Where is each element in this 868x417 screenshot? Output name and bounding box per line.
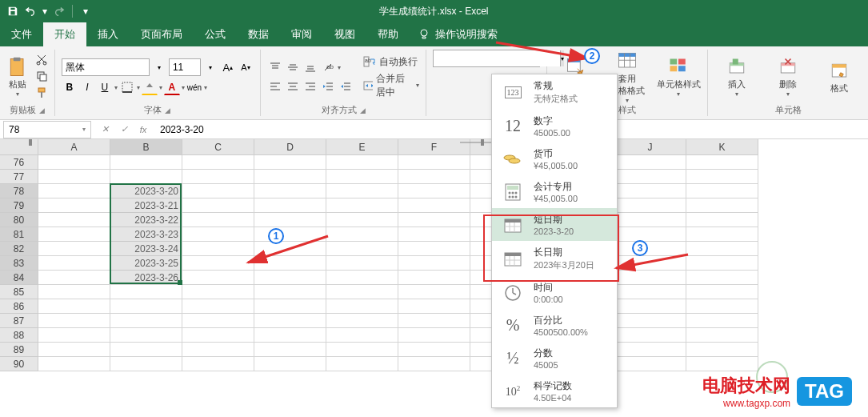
- orientation-icon[interactable]: ab: [320, 59, 336, 75]
- row-header-87[interactable]: 87: [0, 314, 38, 328]
- cell-B86[interactable]: [110, 299, 182, 314]
- cell-K78[interactable]: [686, 184, 758, 198]
- cell-B83[interactable]: 2023-3-25: [110, 256, 182, 271]
- cell-E80[interactable]: [326, 213, 398, 227]
- cell-B84[interactable]: 2023-3-26: [110, 271, 182, 285]
- paste-button[interactable]: 粘贴 ▾: [6, 56, 29, 98]
- cell-D81[interactable]: [254, 227, 326, 242]
- cell-B80[interactable]: 2023-3-22: [110, 213, 182, 227]
- cell-D79[interactable]: [254, 198, 326, 213]
- cell-F88[interactable]: [398, 328, 470, 343]
- fx-icon[interactable]: fx: [136, 122, 150, 137]
- cell-B89[interactable]: [110, 343, 182, 357]
- format-option-1[interactable]: 12数字45005.00: [492, 110, 617, 142]
- increase-font-icon[interactable]: A▴: [220, 59, 236, 75]
- cell-B82[interactable]: 2023-3-24: [110, 242, 182, 256]
- cell-E85[interactable]: [326, 285, 398, 299]
- row-header-88[interactable]: 88: [0, 328, 38, 343]
- cell-F89[interactable]: [398, 343, 470, 357]
- row-header-82[interactable]: 82: [0, 242, 38, 256]
- cell-A82[interactable]: [38, 242, 110, 256]
- cell-K87[interactable]: [686, 314, 758, 328]
- format-option-5[interactable]: 长日期2023年3月20日: [492, 241, 617, 276]
- row-header-85[interactable]: 85: [0, 285, 38, 299]
- font-color-icon[interactable]: A: [164, 79, 180, 95]
- col-header-C[interactable]: C: [182, 139, 254, 155]
- cell-J78[interactable]: [614, 184, 686, 198]
- cell-C80[interactable]: [182, 213, 254, 227]
- cell-A81[interactable]: [38, 227, 110, 242]
- cell-F85[interactable]: [398, 285, 470, 299]
- cell-D87[interactable]: [254, 314, 326, 328]
- launcher-icon[interactable]: ◢: [39, 106, 45, 114]
- cancel-formula-icon[interactable]: ✕: [98, 122, 112, 137]
- cell-A77[interactable]: [38, 170, 110, 184]
- cell-K84[interactable]: [686, 271, 758, 285]
- cell-A85[interactable]: [38, 285, 110, 299]
- cell-A86[interactable]: [38, 299, 110, 314]
- cell-E89[interactable]: [326, 343, 398, 357]
- align-top-icon[interactable]: [267, 59, 283, 75]
- cell-A76[interactable]: [38, 155, 110, 170]
- cell-E78[interactable]: [326, 184, 398, 198]
- row-header-77[interactable]: 77: [0, 170, 38, 184]
- cell-J87[interactable]: [614, 314, 686, 328]
- cell-A88[interactable]: [38, 328, 110, 343]
- cell-D89[interactable]: [254, 343, 326, 357]
- cell-styles-button[interactable]: 单元格样式 ▾: [656, 56, 701, 98]
- format-option-6[interactable]: 时间0:00:00: [492, 276, 617, 309]
- cell-F76[interactable]: [398, 155, 470, 170]
- cell-C89[interactable]: [182, 343, 254, 357]
- delete-cells-button[interactable]: 删除 ▾: [766, 56, 810, 98]
- cell-C77[interactable]: [182, 170, 254, 184]
- cell-A90[interactable]: [38, 357, 110, 371]
- cell-A89[interactable]: [38, 343, 110, 357]
- format-option-4[interactable]: 短日期2023-3-20: [492, 208, 617, 241]
- cell-E88[interactable]: [326, 328, 398, 343]
- tab-home[interactable]: 开始: [43, 22, 86, 46]
- cell-A83[interactable]: [38, 256, 110, 271]
- cell-B90[interactable]: [110, 357, 182, 371]
- cell-K89[interactable]: [686, 343, 758, 357]
- cell-F82[interactable]: [398, 242, 470, 256]
- row-header-79[interactable]: 79: [0, 198, 38, 213]
- cell-K77[interactable]: [686, 170, 758, 184]
- enter-formula-icon[interactable]: ✓: [117, 122, 131, 137]
- decrease-indent-icon[interactable]: [320, 78, 336, 94]
- row-header-83[interactable]: 83: [0, 256, 38, 271]
- cell-F83[interactable]: [398, 256, 470, 271]
- cell-J77[interactable]: [614, 170, 686, 184]
- worksheet-grid[interactable]: ABCDEFHIJK 76777879808182838485868788899…: [0, 139, 868, 155]
- cell-A87[interactable]: [38, 314, 110, 328]
- cell-J86[interactable]: [614, 299, 686, 314]
- cell-E87[interactable]: [326, 314, 398, 328]
- cell-C85[interactable]: [182, 285, 254, 299]
- col-header-D[interactable]: D: [254, 139, 326, 155]
- cell-K79[interactable]: [686, 198, 758, 213]
- format-painter-icon[interactable]: [35, 86, 48, 102]
- cell-C82[interactable]: [182, 242, 254, 256]
- cell-E77[interactable]: [326, 170, 398, 184]
- col-header-K[interactable]: K: [686, 139, 758, 155]
- cell-E79[interactable]: [326, 198, 398, 213]
- cell-K81[interactable]: [686, 227, 758, 242]
- row-header-78[interactable]: 78: [0, 184, 38, 198]
- cut-icon[interactable]: [35, 53, 48, 68]
- cell-B79[interactable]: 2023-3-21: [110, 198, 182, 213]
- size-dd-icon[interactable]: ▾: [202, 59, 218, 75]
- qat-dd-icon[interactable]: ▾: [79, 5, 92, 18]
- row-header-81[interactable]: 81: [0, 227, 38, 242]
- format-option-9[interactable]: 102科学记数4.50E+04: [492, 375, 617, 407]
- cell-D86[interactable]: [254, 299, 326, 314]
- cell-J84[interactable]: [614, 271, 686, 285]
- cell-F90[interactable]: [398, 357, 470, 371]
- cell-J90[interactable]: [614, 357, 686, 371]
- tab-formulas[interactable]: 公式: [194, 22, 237, 46]
- cell-J81[interactable]: [614, 227, 686, 242]
- align-center-icon[interactable]: [285, 78, 301, 94]
- cell-K85[interactable]: [686, 285, 758, 299]
- cell-D78[interactable]: [254, 184, 326, 198]
- row-header-86[interactable]: 86: [0, 299, 38, 314]
- cell-D76[interactable]: [254, 155, 326, 170]
- cell-J88[interactable]: [614, 328, 686, 343]
